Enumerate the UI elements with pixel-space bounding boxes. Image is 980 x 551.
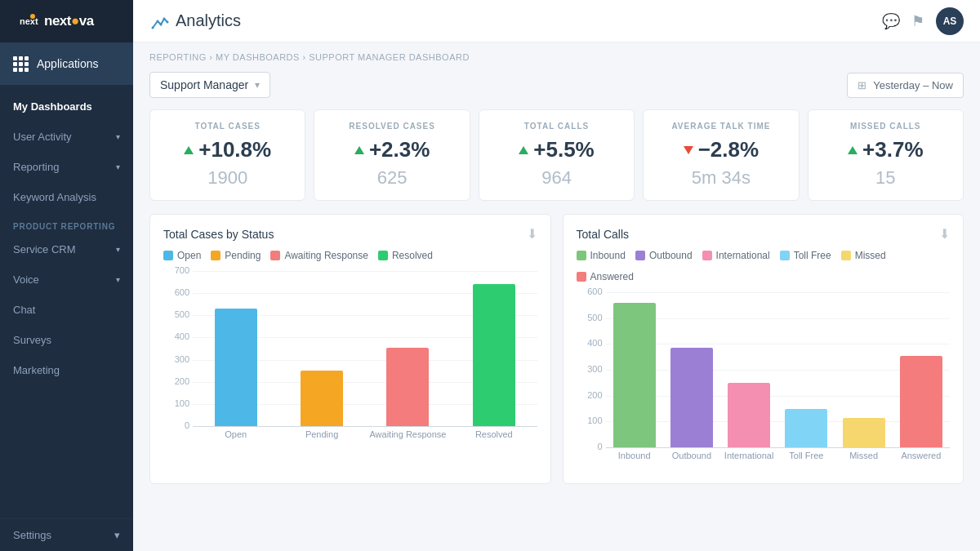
chevron-down-icon: ▾ <box>116 162 120 171</box>
kpi-percentage: −2.8% <box>698 137 759 162</box>
bar <box>301 371 343 426</box>
dashboard-header: Support Manager ▾ ⊞ Yesterday – Now <box>149 72 964 98</box>
y-axis-label: 600 <box>163 287 189 297</box>
y-axis-label: 400 <box>577 338 603 348</box>
sidebar-navigation: My Dashboards User Activity ▾ Reporting … <box>0 85 133 518</box>
y-axis-label: 500 <box>163 309 189 319</box>
grid-icon <box>13 56 29 72</box>
sidebar-item-marketing[interactable]: Marketing <box>0 355 133 385</box>
bars-area <box>606 292 951 447</box>
legend-item: Toll Free <box>780 250 831 261</box>
chart-legend: OpenPendingAwaiting ResponseResolved <box>163 250 537 261</box>
trend-up-icon <box>184 146 194 154</box>
kpi-card: TOTAL CASES +10.8% 1900 <box>149 109 305 201</box>
breadcrumb-current: SUPPORT MANAGER DASHBOARD <box>309 52 470 62</box>
bar-group <box>606 292 663 447</box>
bar-group <box>278 271 364 426</box>
sidebar-item-chat[interactable]: Chat <box>0 295 133 325</box>
chevron-down-icon: ▾ <box>116 275 120 284</box>
bar <box>386 348 429 426</box>
x-labels: OpenPendingAwaiting ResponseResolved <box>193 429 537 439</box>
y-axis-label: 500 <box>577 313 603 322</box>
x-axis-label: International <box>720 451 777 460</box>
legend-item: Resolved <box>378 250 433 261</box>
bar <box>670 348 713 447</box>
bar-group <box>663 292 720 447</box>
kpi-percentage: +2.3% <box>369 137 430 162</box>
chart-header: Total Cases by Status ⬇ <box>163 226 537 242</box>
logo-text: next●va <box>44 13 94 29</box>
legend-item: Answered <box>577 271 634 282</box>
y-axis-label: 200 <box>577 390 603 400</box>
kpi-value: 964 <box>492 167 621 189</box>
chart-header: Total Calls ⬇ <box>577 226 951 242</box>
x-axis-label: Answered <box>893 451 950 460</box>
kpi-percentage: +5.5% <box>533 137 594 162</box>
logo: next next●va <box>0 0 133 42</box>
kpi-change: +10.8% <box>163 137 292 162</box>
nextiva-logo-icon: next <box>13 8 39 34</box>
analytics-icon <box>149 11 169 31</box>
flag-icon[interactable]: ⚑ <box>911 12 924 30</box>
kpi-label: RESOLVED CASES <box>327 122 456 131</box>
kpi-label: AVERAGE TALK TIME <box>657 122 785 131</box>
total-calls-chart: Total Calls ⬇ InboundOutboundInternation… <box>563 214 964 484</box>
trend-down-icon <box>684 146 693 154</box>
bar-group <box>365 271 451 426</box>
chevron-down-icon: ▾ <box>114 529 120 541</box>
sidebar-item-reporting[interactable]: Reporting ▾ <box>0 152 133 182</box>
chevron-down-icon: ▾ <box>255 79 260 91</box>
y-axis-label: 0 <box>577 442 603 451</box>
legend-item: Open <box>163 250 201 261</box>
y-axis-label: 300 <box>577 364 603 374</box>
sidebar-item-voice[interactable]: Voice ▾ <box>0 264 133 295</box>
svg-point-3 <box>152 26 154 29</box>
settings-nav[interactable]: Settings ▾ <box>0 518 133 551</box>
charts-row: Total Cases by Status ⬇ OpenPendingAwait… <box>149 214 964 484</box>
topbar-right: 💬 ⚑ AS <box>882 7 964 35</box>
kpi-change: +5.5% <box>492 137 621 162</box>
x-axis-label: Open <box>193 429 278 439</box>
bar <box>473 284 515 426</box>
avatar[interactable]: AS <box>936 7 964 35</box>
sidebar-item-service-crm[interactable]: Service CRM ▾ <box>0 234 133 264</box>
x-labels: InboundOutboundInternationalToll FreeMis… <box>606 451 951 460</box>
page-title: Analytics <box>176 11 241 30</box>
kpi-value: 15 <box>822 167 950 189</box>
download-icon[interactable]: ⬇ <box>939 226 950 242</box>
kpi-change: −2.8% <box>657 137 785 162</box>
kpi-value: 1900 <box>163 167 292 189</box>
dashboard-dropdown[interactable]: Support Manager ▾ <box>149 72 270 98</box>
legend-item: Awaiting Response <box>270 250 368 261</box>
legend-item: International <box>702 250 770 261</box>
breadcrumb-my-dashboards[interactable]: MY DASHBOARDS <box>216 52 300 62</box>
content-area: REPORTING › MY DASHBOARDS › SUPPORT MANA… <box>133 42 980 551</box>
trend-up-icon <box>519 146 528 154</box>
sidebar-item-surveys[interactable]: Surveys <box>0 325 133 355</box>
chart-title: Total Cases by Status <box>163 228 274 241</box>
download-icon[interactable]: ⬇ <box>527 226 537 242</box>
bar-group <box>720 292 777 447</box>
total-cases-chart: Total Cases by Status ⬇ OpenPendingAwait… <box>149 214 551 484</box>
calendar-icon: ⊞ <box>858 79 866 91</box>
kpi-value: 5m 34s <box>657 167 785 189</box>
y-axis-label: 400 <box>163 331 189 341</box>
sidebar-item-my-dashboards[interactable]: My Dashboards <box>0 91 133 122</box>
svg-text:next: next <box>20 16 38 26</box>
chat-icon[interactable]: 💬 <box>882 12 900 30</box>
date-range-picker[interactable]: ⊞ Yesterday – Now <box>847 73 964 98</box>
bar-group <box>893 292 950 447</box>
kpi-label: TOTAL CASES <box>163 122 292 131</box>
y-axis-label: 700 <box>163 265 189 275</box>
x-axis <box>606 447 951 448</box>
kpi-label: MISSED CALLS <box>822 122 950 131</box>
sidebar-item-keyword-analysis[interactable]: Keyword Analysis <box>0 182 133 212</box>
sidebar-item-user-activity[interactable]: User Activity ▾ <box>0 122 133 152</box>
y-axis-label: 100 <box>163 398 189 408</box>
bar-group <box>835 292 893 447</box>
breadcrumb-reporting[interactable]: REPORTING <box>149 52 207 62</box>
bar-group <box>193 271 278 426</box>
sidebar: next next●va Applications My Dashboards … <box>0 0 133 551</box>
product-reporting-section: PRODUCT REPORTING <box>0 212 133 234</box>
applications-nav[interactable]: Applications <box>0 42 133 85</box>
